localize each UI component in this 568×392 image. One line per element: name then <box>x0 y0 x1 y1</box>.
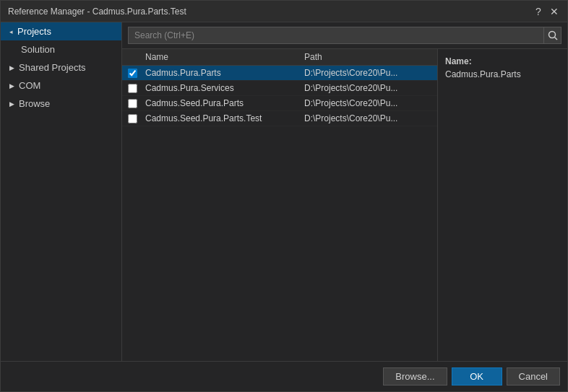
search-bar <box>122 22 567 49</box>
row-path-1: D:\Projects\Core20\Pu... <box>304 68 431 78</box>
bottom-bar: Browse... OK Cancel <box>1 361 567 391</box>
cancel-button[interactable]: Cancel <box>507 367 560 386</box>
row-checkbox-1[interactable] <box>128 69 145 78</box>
row-checkbox-4[interactable] <box>128 114 145 123</box>
row-name-4: Cadmus.Seed.Pura.Parts.Test <box>145 113 304 123</box>
chevron-right-icon-2: ▶ <box>9 82 14 90</box>
checkbox-3[interactable] <box>128 99 137 108</box>
svg-line-1 <box>554 38 557 40</box>
chevron-right-icon-3: ▶ <box>9 100 14 108</box>
table-info-split: Name Path Cadmus.Pura.Parts D:\Projects\… <box>122 49 567 361</box>
svg-point-0 <box>548 32 555 38</box>
table-row[interactable]: Cadmus.Seed.Pura.Parts D:\Projects\Core2… <box>122 96 437 111</box>
title-bar: Reference Manager - Cadmus.Pura.Parts.Te… <box>1 1 567 22</box>
title-bar-text: Reference Manager - Cadmus.Pura.Parts.Te… <box>8 6 186 17</box>
table-row[interactable]: Cadmus.Seed.Pura.Parts.Test D:\Projects\… <box>122 111 437 126</box>
sidebar-item-browse[interactable]: ▶ Browse <box>1 95 121 113</box>
ok-button[interactable]: OK <box>452 367 502 386</box>
table-row[interactable]: Cadmus.Pura.Services D:\Projects\Core20\… <box>122 81 437 96</box>
info-name-label: Name: <box>445 56 560 66</box>
title-bar-buttons: ? ✕ <box>533 6 560 17</box>
info-panel: Name: Cadmus.Pura.Parts <box>437 49 567 361</box>
table-row[interactable]: Cadmus.Pura.Parts D:\Projects\Core20\Pu.… <box>122 66 437 81</box>
col-header-check <box>128 52 145 62</box>
col-header-path: Path <box>304 52 431 62</box>
sidebar-label-projects: Projects <box>17 26 51 37</box>
dialog: Reference Manager - Cadmus.Pura.Parts.Te… <box>0 0 568 392</box>
search-input[interactable] <box>128 27 544 44</box>
table-header: Name Path <box>122 49 437 66</box>
sidebar-item-shared-projects[interactable]: ▶ Shared Projects <box>1 58 121 77</box>
search-icon <box>548 30 558 40</box>
main-panel: Name Path Cadmus.Pura.Parts D:\Projects\… <box>122 22 567 361</box>
sidebar-item-solution[interactable]: Solution <box>1 40 121 58</box>
checkbox-4[interactable] <box>128 114 137 123</box>
row-checkbox-3[interactable] <box>128 99 145 108</box>
row-name-2: Cadmus.Pura.Services <box>145 83 304 93</box>
checkbox-1[interactable] <box>128 69 137 78</box>
sidebar-label-solution: Solution <box>21 44 55 55</box>
col-header-name: Name <box>145 52 304 62</box>
checkbox-2[interactable] <box>128 84 137 93</box>
row-name-1: Cadmus.Pura.Parts <box>145 68 304 78</box>
row-checkbox-2[interactable] <box>128 84 145 93</box>
search-button[interactable] <box>544 27 561 44</box>
help-button[interactable]: ? <box>533 6 544 17</box>
sidebar-label-com: COM <box>19 80 40 91</box>
row-path-2: D:\Projects\Core20\Pu... <box>304 83 431 93</box>
info-name-value: Cadmus.Pura.Parts <box>445 69 560 79</box>
row-name-3: Cadmus.Seed.Pura.Parts <box>145 98 304 108</box>
browse-button[interactable]: Browse... <box>383 367 447 386</box>
sidebar-label-shared-projects: Shared Projects <box>19 62 86 73</box>
chevron-right-icon: ▶ <box>9 64 14 71</box>
table-area: Name Path Cadmus.Pura.Parts D:\Projects\… <box>122 49 437 361</box>
chevron-down-icon: ◂ <box>9 28 13 35</box>
sidebar: ◂ Projects Solution ▶ Shared Projects ▶ … <box>1 22 122 361</box>
sidebar-label-browse: Browse <box>19 98 50 109</box>
row-path-3: D:\Projects\Core20\Pu... <box>304 98 431 108</box>
row-path-4: D:\Projects\Core20\Pu... <box>304 113 431 123</box>
sidebar-item-projects[interactable]: ◂ Projects <box>1 22 121 40</box>
sidebar-item-com[interactable]: ▶ COM <box>1 77 121 95</box>
close-button[interactable]: ✕ <box>548 6 560 17</box>
content-area: ◂ Projects Solution ▶ Shared Projects ▶ … <box>1 22 567 361</box>
